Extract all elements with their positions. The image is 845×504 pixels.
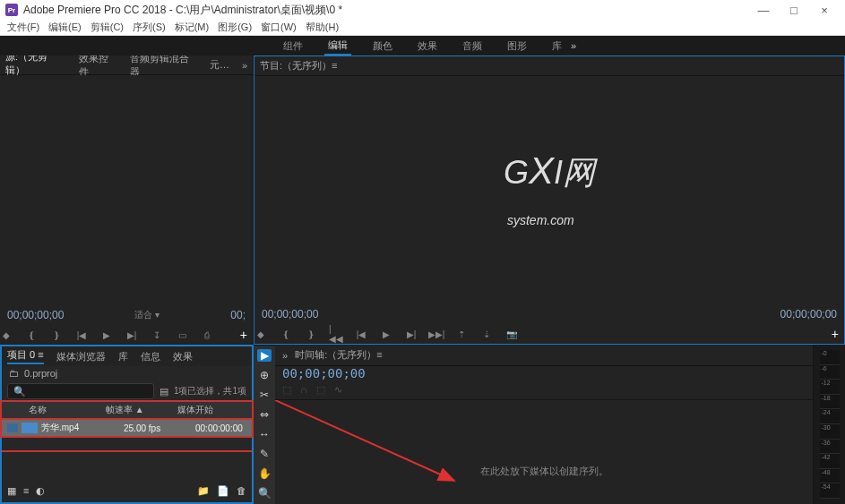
source-button-editor[interactable]: + [240, 328, 247, 342]
project-search-input[interactable]: 🔍 [7, 383, 154, 399]
source-timecode-in[interactable]: 00;00;00;00 [7, 309, 64, 321]
out-point-icon[interactable]: ❵ [50, 329, 63, 341]
app-icon: Pr [5, 4, 18, 16]
program-timecode-in[interactable]: 00;00;00;00 [262, 308, 318, 320]
source-transport: ◆ ❴ ❵ |◀ ▶ ▶| ↧ ▭ ⎙ + [0, 325, 253, 345]
razor-tool[interactable]: ⇔ [257, 408, 272, 421]
overwrite-icon[interactable]: ▭ [176, 329, 188, 341]
menu-help[interactable]: 帮助(H) [306, 21, 339, 34]
go-in-icon[interactable]: |◀◀ [330, 328, 342, 340]
tab-metadata[interactable]: 元… [210, 58, 229, 72]
marker-icon[interactable]: ◆ [0, 329, 13, 341]
hand-tool[interactable]: ✋ [257, 467, 272, 480]
new-bin-icon[interactable]: 📁 [197, 485, 210, 497]
window-maximize-button[interactable]: □ [779, 0, 809, 20]
settings-icon[interactable]: ∿ [334, 384, 342, 396]
tab-program[interactable]: 节目:（无序列）≡ [260, 59, 337, 73]
program-transport: ◆ ❴ ❵ |◀◀ |◀ ▶ ▶| ▶▶| ⇡ ⇣ 📷 + [254, 324, 844, 344]
workspace-graphics[interactable]: 图形 [504, 38, 530, 55]
clip-framerate: 25.00 fps [124, 423, 195, 433]
tab-audio-mixer[interactable]: 音频剪辑混合器 [130, 52, 197, 79]
clip-start: 00:00:00:00 [195, 423, 246, 433]
list-view-icon[interactable]: ▦ [7, 485, 16, 497]
play-icon[interactable]: ▶ [380, 328, 392, 340]
freeform-view-icon[interactable]: ◐ [36, 485, 45, 497]
selection-info: 1项已选择，共1项 [174, 385, 246, 397]
icon-view-icon[interactable]: ≡ [23, 485, 29, 496]
workspace-effects[interactable]: 效果 [414, 38, 441, 55]
export-frame-icon[interactable]: 📷 [505, 328, 518, 340]
step-back-icon[interactable]: |◀ [75, 329, 88, 341]
linked-selection-icon[interactable]: ∩ [300, 384, 307, 396]
svg-line-1 [275, 400, 454, 481]
menu-window[interactable]: 窗口(W) [261, 21, 297, 34]
col-name[interactable]: 名称 [7, 404, 106, 416]
trash-icon[interactable]: 🗑 [237, 485, 246, 496]
extract-icon[interactable]: ⇣ [480, 328, 493, 340]
menu-graphics[interactable]: 图形(G) [218, 21, 252, 34]
project-footer: ▦ ≡ ◐ 📁 📄 🗑 [2, 479, 252, 502]
marker-toggle-icon[interactable]: ⬚ [316, 384, 325, 396]
ripple-edit-tool[interactable]: ✂ [257, 389, 272, 401]
col-framerate[interactable]: 帧速率 ▲ [106, 404, 177, 416]
in-point-icon[interactable]: ❴ [280, 328, 292, 340]
timeline-overflow[interactable]: » [282, 350, 288, 361]
tab-info[interactable]: 信息 [141, 350, 160, 363]
out-point-icon[interactable]: ❵ [305, 328, 317, 340]
source-monitor [0, 75, 253, 305]
window-close-button[interactable]: × [809, 0, 840, 20]
track-select-tool[interactable]: ⊕ [257, 369, 272, 381]
step-fwd-icon[interactable]: ▶| [405, 328, 418, 340]
in-point-icon[interactable]: ❴ [25, 329, 38, 341]
workspace-assembly[interactable]: 组件 [280, 38, 306, 55]
source-panel: 源:（无剪辑） 效果控件 音频剪辑混合器 元… » 00;00;00;00 适合… [0, 56, 254, 345]
menubar: 文件(F) 编辑(E) 剪辑(C) 序列(S) 标记(M) 图形(G) 窗口(W… [0, 20, 845, 36]
workspace-audio[interactable]: 音频 [459, 38, 486, 55]
program-timecode-out[interactable]: 00;00;00;00 [780, 308, 837, 320]
workspace-color[interactable]: 颜色 [369, 38, 396, 55]
play-icon[interactable]: ▶ [100, 329, 113, 341]
menu-file[interactable]: 文件(F) [7, 21, 39, 34]
program-panel: 节目:（无序列）≡ GXI网system.com 00;00;00;00 00;… [254, 56, 845, 345]
project-item-row[interactable]: 芳华.mp4 25.00 fps 00:00:00:00 [2, 420, 252, 436]
step-fwd-icon[interactable]: ▶| [125, 329, 138, 341]
step-back-icon[interactable]: |◀ [355, 328, 367, 340]
tab-project[interactable]: 项目 0 ≡ [7, 348, 44, 364]
menu-marker[interactable]: 标记(M) [175, 21, 210, 34]
source-timecode-out[interactable]: 00; [230, 309, 246, 321]
source-tabs-overflow[interactable]: » [242, 60, 247, 71]
menu-edit[interactable]: 编辑(E) [48, 21, 82, 34]
clip-name: 芳华.mp4 [41, 422, 124, 434]
menu-clip[interactable]: 剪辑(C) [91, 21, 124, 34]
window-title: Adobe Premiere Pro CC 2018 - C:\用户\Admin… [23, 3, 748, 18]
window-minimize-button[interactable]: — [748, 0, 779, 20]
selection-tool[interactable]: ▶ [257, 349, 272, 362]
source-zoom-fit[interactable]: 适合 ▾ [134, 309, 160, 321]
workspace-editing[interactable]: 编辑 [324, 37, 351, 56]
timeline-tracks-area[interactable]: 在此处放下媒体以创建序列。 [275, 399, 813, 504]
tab-libraries[interactable]: 库 [118, 350, 128, 363]
workspace-overflow[interactable]: » [571, 40, 576, 51]
project-name: 0.prproj [24, 368, 57, 379]
filter-icon[interactable]: ▤ [160, 386, 168, 397]
titlebar: Pr Adobe Premiere Pro CC 2018 - C:\用户\Ad… [0, 0, 845, 20]
go-out-icon[interactable]: ▶▶| [430, 328, 443, 340]
lift-icon[interactable]: ⇡ [455, 328, 468, 340]
export-frame-icon[interactable]: ⎙ [201, 329, 213, 341]
zoom-tool[interactable]: 🔍 [257, 487, 272, 500]
tab-effect-controls[interactable]: 效果控件 [79, 52, 117, 79]
insert-icon[interactable]: ↧ [151, 329, 163, 341]
timeline-timecode[interactable]: 00;00;00;00 [275, 366, 813, 380]
col-media-start[interactable]: 媒体开始 [177, 404, 246, 416]
marker-icon[interactable]: ◆ [254, 328, 267, 340]
slip-tool[interactable]: ↔ [257, 428, 272, 440]
new-item-icon[interactable]: 📄 [217, 485, 229, 497]
workspace-libraries[interactable]: 库 [548, 38, 565, 55]
tab-media-browser[interactable]: 媒体浏览器 [56, 350, 106, 363]
snap-icon[interactable]: ⬚ [282, 384, 291, 396]
audio-meters: -0 -6 -12 -18 -24 -30 -36 -42 -48 -54 [813, 345, 845, 504]
program-button-editor[interactable]: + [832, 327, 839, 341]
menu-sequence[interactable]: 序列(S) [133, 21, 166, 34]
tab-effects-panel[interactable]: 效果 [173, 350, 193, 363]
pen-tool[interactable]: ✎ [257, 448, 272, 460]
